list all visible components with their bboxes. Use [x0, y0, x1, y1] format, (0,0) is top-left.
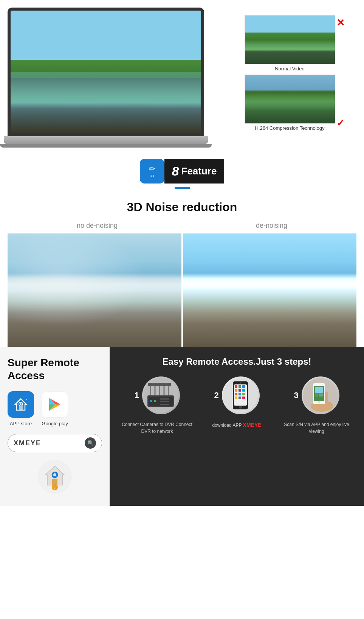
- step-3-description: Scan S/N via APP and enjoy live viewing: [281, 421, 353, 435]
- noise-images: [8, 233, 356, 347]
- app-icons-row: APP store Google play: [8, 391, 102, 426]
- svg-text:↓: ↓: [54, 485, 56, 490]
- svg-rect-47: [242, 393, 245, 395]
- feature-number: 8: [172, 164, 179, 179]
- dvr-svg: [143, 378, 179, 414]
- svg-rect-39: [235, 385, 237, 388]
- hand-phone-svg: [302, 378, 338, 414]
- svg-rect-64: [319, 393, 323, 397]
- xmeye-highlight: XMEYE: [243, 422, 262, 428]
- step-1-image: [142, 376, 180, 414]
- svg-point-5: [26, 399, 27, 400]
- svg-point-15: [53, 473, 56, 476]
- svg-point-65: [318, 401, 320, 403]
- svg-point-32: [154, 400, 156, 402]
- svg-rect-46: [239, 393, 241, 395]
- feature-label: Feature: [181, 165, 217, 177]
- step-3-item: 3: [281, 376, 353, 435]
- svg-rect-13: [52, 479, 57, 485]
- step-2-description: download APP XMEYE: [212, 421, 261, 429]
- search-icon[interactable]: 🔍: [85, 437, 96, 449]
- svg-point-51: [239, 406, 242, 409]
- step-3-image: [302, 376, 339, 414]
- app-store-item[interactable]: APP store: [8, 391, 34, 426]
- comparison-container: ✕ Normal Video ✓ H.264 Compression Techn…: [212, 8, 356, 134]
- svg-rect-45: [235, 393, 237, 395]
- bottom-section: Super Remote Access: [0, 347, 364, 506]
- svg-rect-62: [315, 387, 323, 393]
- step-2-item: 2: [201, 376, 273, 429]
- svg-rect-25: [153, 383, 157, 386]
- laptop-base: [4, 136, 208, 144]
- blue-divider: [175, 187, 190, 189]
- search-glass-icon: 🔍: [87, 440, 94, 446]
- svg-rect-33: [160, 398, 169, 400]
- svg-rect-63: [315, 393, 318, 397]
- step-2-number-row: 2: [201, 376, 273, 414]
- step-3-number-row: 3: [281, 376, 353, 414]
- label-no-denoising: no de-noising: [77, 222, 118, 230]
- feature-icon-inner: ✏ 3D: [149, 164, 155, 178]
- search-bar[interactable]: XMEYE 🔍: [8, 434, 102, 452]
- xmeye-house-svg: ↓: [40, 462, 70, 492]
- svg-rect-24: [148, 383, 153, 386]
- top-section: ✕ Normal Video ✓ H.264 Compression Techn…: [0, 0, 364, 151]
- app-store-icon-box: [8, 391, 34, 418]
- step-1-number-row: 1: [121, 376, 193, 414]
- left-panel: Super Remote Access: [0, 347, 110, 506]
- svg-rect-41: [242, 385, 245, 388]
- svg-rect-35: [160, 404, 169, 405]
- cross-mark: ✕: [336, 17, 345, 29]
- h264-label: H.264 Compression Technology: [245, 125, 335, 131]
- normal-video-label: Normal Video: [245, 66, 335, 72]
- phone-svg: [223, 378, 259, 414]
- step-2-image: [222, 376, 260, 414]
- noise-title: 3D Noise reduction: [8, 200, 356, 214]
- svg-rect-42: [235, 389, 237, 392]
- step-1-number: 1: [134, 390, 139, 400]
- steps-row: 1: [117, 376, 356, 435]
- svg-point-52: [240, 382, 241, 384]
- 3d-label: 3D: [149, 174, 155, 178]
- step-2-number: 2: [214, 390, 218, 400]
- h264-image: [245, 75, 335, 124]
- before-denoising-image: [8, 233, 181, 347]
- google-play-icon-box: [42, 391, 68, 418]
- svg-rect-2: [19, 406, 23, 410]
- step-1-description: Connect Cameras to DVR Connect DVR to ne…: [121, 421, 193, 435]
- house-svg: [11, 395, 30, 414]
- h264-item: ✓ H.264 Compression Technology: [245, 75, 335, 131]
- normal-video-image: [245, 15, 335, 64]
- xmeye-logo-area: ↓: [8, 460, 102, 494]
- check-mark: ✓: [336, 117, 345, 129]
- noise-section: 3D Noise reduction no de-noising de-nois…: [0, 196, 364, 347]
- noise-labels: no de-noising de-noising: [8, 222, 356, 230]
- feature-text-box: 8 Feature: [164, 159, 225, 184]
- step-3-number: 3: [294, 390, 298, 400]
- laptop-container: [8, 8, 212, 148]
- svg-rect-50: [242, 397, 245, 399]
- svg-rect-43: [239, 389, 241, 392]
- app-store-label: APP store: [10, 421, 32, 426]
- svg-rect-28: [166, 383, 171, 386]
- search-text: XMEYE: [14, 439, 85, 447]
- svg-rect-27: [162, 383, 166, 386]
- google-play-item[interactable]: Google play: [42, 391, 68, 426]
- laptop-foot: [0, 144, 212, 148]
- google-play-svg: [45, 395, 64, 414]
- svg-rect-34: [160, 401, 169, 402]
- laptop-screen: [8, 8, 204, 136]
- svg-rect-40: [239, 385, 241, 388]
- svg-rect-49: [239, 397, 241, 399]
- right-panel: Easy Remote Access.Just 3 steps! 1: [110, 347, 364, 506]
- svg-rect-58: [325, 392, 328, 406]
- svg-point-31: [150, 400, 152, 402]
- svg-rect-26: [157, 383, 162, 386]
- feature-icon-box: ✏ 3D: [140, 159, 164, 184]
- feature-banner: ✏ 3D 8 Feature: [125, 159, 239, 184]
- pencil-icon: ✏: [149, 164, 155, 173]
- easy-remote-title: Easy Remote Access.Just 3 steps!: [117, 356, 356, 367]
- normal-video-item: ✕ Normal Video: [245, 15, 335, 72]
- svg-rect-44: [242, 389, 245, 392]
- svg-point-4: [20, 403, 22, 405]
